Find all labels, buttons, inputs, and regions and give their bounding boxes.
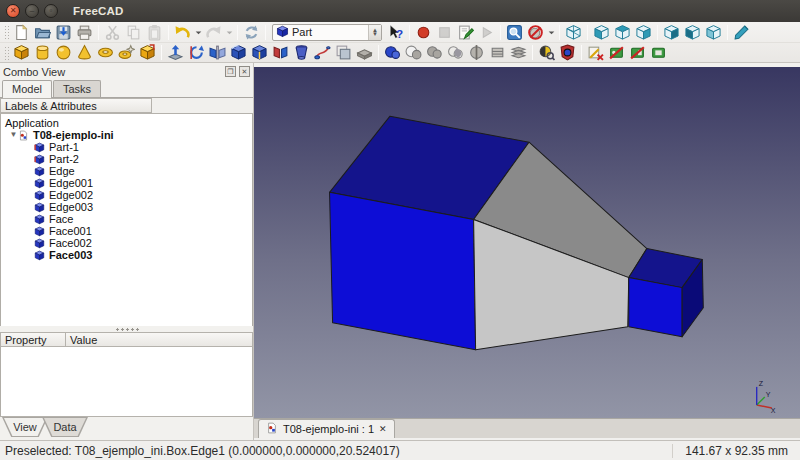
toolbar-separator [237,25,238,40]
tree-root-application[interactable]: Application [1,117,252,129]
part-revolve-button[interactable] [186,43,207,62]
whats-this-button[interactable]: ? [385,23,406,42]
undo-button[interactable] [172,23,193,42]
tree-column-header[interactable]: Labels & Attributes [0,98,152,113]
part-boolean-button[interactable] [382,43,403,62]
part-compound-make-button[interactable] [606,43,627,62]
small-cube-front-face[interactable] [629,278,682,337]
part-extrude-button[interactable] [165,43,186,62]
workbench-selector-spinner-icon[interactable]: ▲▼ [368,25,381,40]
close-button[interactable]: ✕ [6,4,20,18]
part-offset-3d-button[interactable] [508,43,529,62]
3d-viewport[interactable]: XYZ [254,67,800,418]
float-panel-button[interactable]: ❐ [225,66,236,77]
measure-distance-button[interactable] [731,23,752,42]
open-file-button[interactable] [32,23,53,42]
minimize-button[interactable]: – [25,4,39,18]
new-file-button[interactable] [11,23,32,42]
view-right-button[interactable] [633,23,654,42]
print-button[interactable] [74,23,95,42]
tree-item-document[interactable]: ▼T08-ejemplo-ini [1,129,252,141]
part-compound-explode-button[interactable] [627,43,648,62]
part-primitives-button[interactable] [116,43,137,62]
part-ruled-surface-button[interactable] [270,43,291,62]
view-left-button[interactable] [703,23,724,42]
part-chamfer-button[interactable] [249,43,270,62]
toolbar-grip[interactable] [4,46,9,60]
part-cone-button[interactable] [74,43,95,62]
part-intersection-button[interactable] [445,43,466,62]
part-union-button[interactable] [424,43,445,62]
tab-model[interactable]: Model [2,80,52,98]
redo-menu-button [224,23,234,42]
part-cross-sections-icon [489,44,506,61]
macro-record-button[interactable] [413,23,434,42]
part-mirror-button[interactable] [207,43,228,62]
save-file-button[interactable] [53,23,74,42]
combo-view-buttons: ❐✕ [222,66,250,77]
property-column-header[interactable]: Property [0,332,66,347]
view-bottom-button[interactable] [682,23,703,42]
combo-view-titlebar: Combo View ❐✕ [0,63,253,80]
undo-menu-button[interactable] [193,23,203,42]
part-check-geometry-button[interactable] [536,43,557,62]
view-rear-button[interactable] [661,23,682,42]
part-thickness-button[interactable] [354,43,375,62]
tree-item-face001[interactable]: Face001 [1,225,252,237]
tab-tasks[interactable]: Tasks [53,80,101,97]
expander-icon[interactable]: ▼ [9,131,18,139]
value-column-header[interactable]: Value [66,332,253,347]
part-box-button[interactable] [11,43,32,62]
part-edit-appearance-button[interactable] [585,43,606,62]
view-top-button[interactable] [612,23,633,42]
part-cut-button[interactable] [403,43,424,62]
tree-item-edge[interactable]: Edge [1,165,252,177]
cube-icon [34,226,45,237]
document-tab[interactable]: T08-ejemplo-ini : 1 ✕ [258,419,395,438]
part-section-button[interactable] [466,43,487,62]
part-defeaturing-button[interactable] [557,43,578,62]
tree-item-part-1[interactable]: Part-1 [1,141,252,153]
part-torus-button[interactable] [95,43,116,62]
toolbar-separator [587,25,588,40]
tree-item-face[interactable]: Face [1,213,252,225]
undo-menu-icon [194,28,203,37]
draw-style-button[interactable] [525,23,546,42]
titlebar: ✕–▫ FreeCAD [0,0,800,22]
part-offset-button[interactable] [333,43,354,62]
part-sweep-button[interactable] [312,43,333,62]
tree-item-face002[interactable]: Face002 [1,237,252,249]
toolbar-grip[interactable] [4,25,9,39]
refresh-button[interactable] [241,23,262,42]
tree-item-face003[interactable]: Face003 [1,249,252,261]
view-axonometric-button[interactable] [563,23,584,42]
part-fillet-button[interactable] [228,43,249,62]
view-front-button[interactable] [591,23,612,42]
document-tab-close-icon[interactable]: ✕ [379,424,387,434]
part-sphere-button[interactable] [53,43,74,62]
tree-item-part-2[interactable]: Part-2 [1,153,252,165]
macro-edit-button[interactable] [455,23,476,42]
part-shape-builder-button[interactable] [137,43,158,62]
tree-item-edge001[interactable]: Edge001 [1,177,252,189]
part-loft-button[interactable] [291,43,312,62]
workbench-selector[interactable]: Part▲▼ [272,24,382,41]
part-icon [34,142,45,153]
maximize-button[interactable]: ▫ [44,4,58,18]
close-panel-button[interactable]: ✕ [239,66,250,77]
tree-item-label: Edge [49,165,75,177]
cut-button [102,23,123,42]
big-box-front-face[interactable] [330,192,476,349]
tree-item-edge003[interactable]: Edge003 [1,201,252,213]
tree-item-edge002[interactable]: Edge002 [1,189,252,201]
part-compound-filter-button[interactable] [648,43,669,62]
save-file-icon [55,24,72,41]
part-cylinder-icon [34,44,51,61]
draw-style-menu-button[interactable] [546,23,556,42]
axis-indicator-icon: XYZ [757,380,776,414]
fit-all-icon [506,24,523,41]
part-cylinder-button[interactable] [32,43,53,62]
part-cross-sections-button[interactable] [487,43,508,62]
fit-all-button[interactable] [504,23,525,42]
tab-data[interactable]: Data [42,417,88,437]
